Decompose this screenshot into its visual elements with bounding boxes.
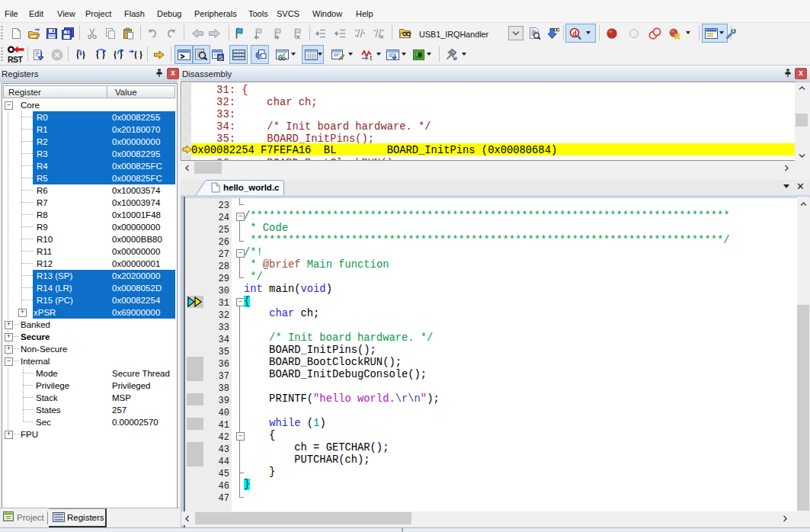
svg-text:S: S (218, 53, 223, 61)
svg-text:t: t (370, 54, 373, 61)
svg-text:RST: RST (8, 55, 24, 64)
svg-text:d: d (572, 28, 577, 37)
